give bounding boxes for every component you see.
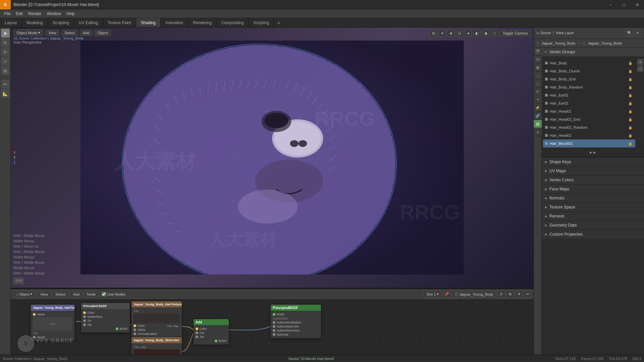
vg-item-hair-head02[interactable]: Hair_Head02 🔒 <box>543 131 635 139</box>
geometry-data-header[interactable]: ▶ Geometry Data <box>542 221 644 230</box>
vg-item-hair-head01[interactable]: Hair_Head01 🔒 <box>543 107 635 115</box>
node-pin-icon[interactable]: 📌 <box>443 291 450 298</box>
wireframe-mode-icon[interactable]: □ <box>491 29 498 37</box>
close-button[interactable]: ✕ <box>631 0 644 9</box>
transform-tool[interactable]: ⊞ <box>1 66 10 75</box>
overlay-icon[interactable]: ⊕ <box>447 29 454 37</box>
face-maps-header[interactable]: ▶ Face Maps <box>542 185 644 193</box>
menu-render[interactable]: Render <box>25 11 44 17</box>
prop-tab-object[interactable]: □ <box>534 80 542 88</box>
toggle-camera-button[interactable]: Toggle Camera <box>499 30 531 36</box>
node-principled-bsdf-1[interactable]: Principled BSDF Color Subsurface Tin Tac… <box>81 303 130 333</box>
node-canvas[interactable]: Jaguar_Young_Body_HairTexture Alpha img … <box>11 300 533 362</box>
viewport-display-icon[interactable]: ⊟ <box>430 29 437 37</box>
vertex-groups-header[interactable]: ▼ Vertex Groups <box>542 48 644 56</box>
menu-file[interactable]: File <box>1 11 13 17</box>
view-menu[interactable]: View <box>45 30 59 36</box>
cursor-tool[interactable]: ⊕ <box>1 29 10 38</box>
top-viewport[interactable]: 人大素材 RRCG RRCG 人大素材 Object Mode ▾ View S… <box>11 27 533 288</box>
tab-scripting[interactable]: Scripting <box>249 18 274 27</box>
xray-icon[interactable]: ☷ <box>456 29 463 37</box>
node-settings-icon[interactable]: ✕ <box>515 291 523 298</box>
prop-tab-physics[interactable]: ⚡ <box>534 104 542 112</box>
vg-lock-hair-ear01[interactable]: 🔒 <box>627 92 633 98</box>
menu-help[interactable]: Help <box>64 11 77 17</box>
vg-lock-hair-body-end[interactable]: 🔒 <box>627 76 633 82</box>
menu-window[interactable]: Window <box>44 11 64 17</box>
vg-lock-hair-body[interactable]: 🔒 <box>627 60 633 66</box>
panel-search-icon[interactable]: 🔍 <box>626 29 633 37</box>
prop-tab-material[interactable]: ● <box>534 128 542 136</box>
vg-item-hair-mouth01[interactable]: Hair_Mouth01 🔒 <box>543 139 635 147</box>
texture-space-header[interactable]: ▶ Texture Space <box>542 203 644 212</box>
vg-item-hair-body-clumb[interactable]: Hair_Body_Clumb 🔒 <box>543 67 635 75</box>
measure-tool[interactable]: 📐 <box>1 89 10 98</box>
vg-item-hair-ear02[interactable]: Hair_Ear02 🔒 <box>543 99 635 107</box>
prop-tab-constraints[interactable]: 🔗 <box>534 112 542 120</box>
tab-rendering[interactable]: Rendering <box>188 18 216 27</box>
tab-shading[interactable]: Shading <box>136 18 161 27</box>
vertex-colors-header[interactable]: ▶ Vertex Colors <box>542 176 644 184</box>
tab-layout[interactable]: Layout <box>0 18 22 27</box>
vg-item-hair-body-random[interactable]: Hair_Body_Random 🔒 <box>543 83 635 91</box>
vg-item-hair-head02-random[interactable]: Hair_Head02_Random 🔒 <box>543 123 635 131</box>
node-select-menu[interactable]: Select <box>52 291 69 297</box>
tab-compositing[interactable]: Compositing <box>217 18 249 27</box>
node-add-menu[interactable]: Add <box>70 291 83 297</box>
tab-animation[interactable]: Animation <box>161 18 188 27</box>
prop-tab-scene[interactable]: 🎬 <box>534 48 542 56</box>
node-add[interactable]: Add Color Fac Tac BSDF <box>194 319 229 345</box>
vg-lock-hair-head02-end[interactable]: 🔒 <box>627 116 633 122</box>
object-menu[interactable]: Object <box>94 30 111 36</box>
fake-user-icon[interactable]: F <box>498 291 505 298</box>
gizmo-icon[interactable]: ✛ <box>438 29 446 37</box>
uv-maps-header[interactable]: ▶ UV Maps <box>542 167 644 175</box>
mesh-name-display[interactable]: ⬡ Jaguar_Young_Body <box>452 291 496 297</box>
node-principled-bsdf-output[interactable]: PrincipledBSDF BSDF Subsurface Subsurfac… <box>271 305 321 338</box>
minimize-button[interactable]: − <box>604 0 617 9</box>
tab-sculpting[interactable]: Sculpting <box>48 18 74 27</box>
rotate-tool[interactable]: ↻ <box>1 48 10 56</box>
normals-header[interactable]: ▶ Normals <box>542 194 644 202</box>
annotate-tool[interactable]: ✏ <box>1 80 10 88</box>
vg-add-button[interactable]: + <box>637 59 643 65</box>
material-mode-icon[interactable]: ◐ <box>473 29 481 37</box>
vg-lock-hair-head02[interactable]: 🔒 <box>627 132 633 138</box>
maximize-button[interactable]: □ <box>617 0 631 9</box>
prop-tab-data[interactable]: ▤ <box>534 120 542 128</box>
prop-tab-renderlayer[interactable]: ⊞ <box>534 56 542 64</box>
vg-item-hair-head02-end[interactable]: Hair_Head02_End 🔒 <box>543 115 635 123</box>
select-menu[interactable]: Select <box>61 30 78 36</box>
move-tool[interactable]: ✛ <box>1 38 10 47</box>
tab-modeling[interactable]: Modeling <box>22 18 48 27</box>
vg-lock-hair-head02-random[interactable]: 🔒 <box>627 124 633 130</box>
use-nodes-checkbox[interactable] <box>102 292 106 296</box>
node-node-menu[interactable]: Node <box>84 291 99 297</box>
prop-tab-scene2[interactable]: ▣ <box>534 64 542 72</box>
vg-collapse-list[interactable]: ▶ ▶ <box>590 150 596 154</box>
custom-properties-header[interactable]: ▶ Custom Properties <box>542 230 644 239</box>
object-mode-dropdown[interactable]: Object Mode ▾ <box>13 29 43 36</box>
shape-keys-header[interactable]: ▶ Shape Keys <box>542 158 644 166</box>
prop-tab-world[interactable]: ○ <box>534 72 542 80</box>
tab-uv-editing[interactable]: UV Editing <box>74 18 103 27</box>
vg-lock-hair-mouth01[interactable]: 🔒 <box>627 140 633 146</box>
node-extra-icon[interactable]: ↩ <box>524 291 531 298</box>
vg-remove-button[interactable]: − <box>637 66 643 72</box>
remesh-header[interactable]: ▶ Remesh <box>542 212 644 221</box>
add-workspace-button[interactable]: + <box>274 19 283 27</box>
panel-filter-icon[interactable]: ≡ <box>634 29 641 37</box>
vg-item-hair-body[interactable]: Hair_Body 🔒 <box>543 59 635 67</box>
vg-lock-hair-head01[interactable]: 🔒 <box>627 108 633 114</box>
node-view-menu[interactable]: View <box>37 291 51 297</box>
add-menu[interactable]: Add <box>80 30 93 36</box>
vg-lock-hair-body-clumb[interactable]: 🔒 <box>627 68 633 74</box>
node-jaguar-texture[interactable]: Jaguar_Young_Body_HairTexture Clip Color… <box>131 301 182 338</box>
slot-dropdown[interactable]: Slot 1 ▾ <box>423 291 442 297</box>
solid-mode-icon[interactable]: ● <box>465 29 472 37</box>
tab-texture-paint[interactable]: Texture Paint <box>103 18 136 27</box>
vg-lock-hair-ear02[interactable]: 🔒 <box>627 100 633 106</box>
prop-tab-modifiers[interactable]: ⚙ <box>534 88 542 96</box>
vg-item-hair-body-end[interactable]: Hair_Body_End 🔒 <box>543 75 635 83</box>
prop-tab-particles[interactable]: ✦ <box>534 96 542 104</box>
